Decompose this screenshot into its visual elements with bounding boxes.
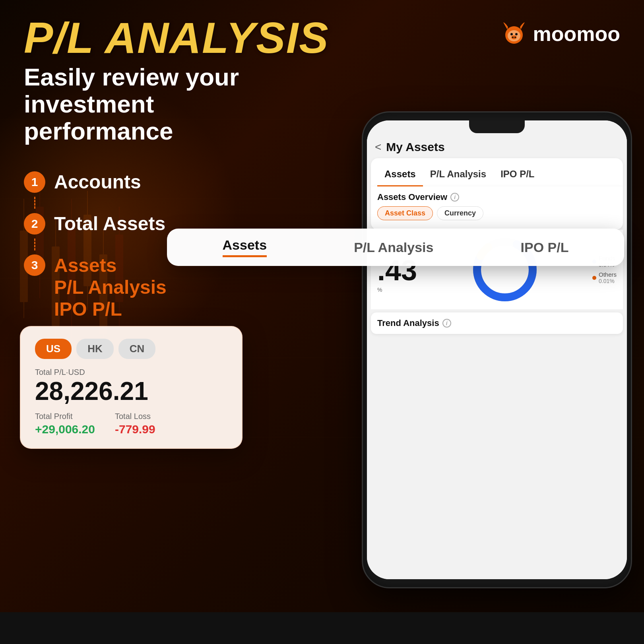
market-us-button[interactable]: US [35,339,72,359]
title-block: P/L ANALYSIS Easily review your investme… [24,16,329,145]
phone-nav-bar: < My Assets [367,136,627,156]
total-profit-value: +29,006.20 [35,423,95,436]
step-3: 3 Assets P/L Analysis IPO P/L [24,254,167,320]
tab-highlight-inner: Assets P/L Analysis IPO P/L [179,237,612,257]
steps-list: 1 Accounts 2 Total Assets 3 Assets P/L A… [24,171,167,340]
partial-percentage: % [377,287,417,293]
market-hk-button[interactable]: HK [76,339,114,359]
phone-screen: < My Assets Assets P/L Analysis IPO P/L … [367,120,627,579]
filter-buttons: Asset Class Currency [377,206,617,220]
legend-dot-others [592,276,596,280]
step-3-number: 3 [24,254,45,276]
phone-tabs-bar: Assets P/L Analysis IPO P/L [371,158,623,186]
trend-analysis-title: Trend Analysis i [377,318,617,328]
step-1-label: Accounts [54,171,141,193]
step-1: 1 Accounts [24,171,167,193]
main-content: P/L ANALYSIS Easily review your investme… [0,0,644,644]
total-loss-item: Total Loss -779.99 [115,412,155,436]
step-2-label: Total Assets [54,213,165,235]
legend-others-label: Others 0.01% [599,271,617,284]
phone-frame: < My Assets Assets P/L Analysis IPO P/L … [362,111,632,588]
trend-analysis-section: Trend Analysis i [371,312,623,334]
tab-highlight-pl[interactable]: P/L Analysis [354,240,433,255]
phone-notch [469,120,525,133]
floating-pl-card: US HK CN Total P/L·USD 28,226.21 Total P… [20,326,242,449]
info-icon: i [450,193,459,202]
connector-2 [34,239,35,250]
tab-highlight-card: Assets P/L Analysis IPO P/L [167,229,624,266]
assets-overview-section: Assets Overview i Asset Class Currency [371,186,623,230]
logo-text: moomoo [533,22,620,46]
phone-screen-content: < My Assets Assets P/L Analysis IPO P/L … [367,120,627,579]
moomoo-logo-icon [500,20,528,48]
filter-currency[interactable]: Currency [437,206,483,220]
market-cn-button[interactable]: CN [118,339,156,359]
back-button[interactable]: < [375,141,381,153]
total-pl-value: 28,226.21 [35,378,227,404]
main-title: P/L ANALYSIS [24,16,329,60]
total-profit-label: Total Profit [35,412,95,421]
tab-pl-analysis[interactable]: P/L Analysis [423,163,493,186]
total-profit-item: Total Profit +29,006.20 [35,412,95,436]
step-2: 2 Total Assets [24,213,167,235]
trend-info-icon: i [442,319,451,328]
tab-ipo-pl[interactable]: IPO P/L [493,163,541,186]
svg-point-27 [510,33,513,35]
svg-point-31 [514,37,516,38]
total-loss-label: Total Loss [115,412,155,421]
tab-assets[interactable]: Assets [377,163,423,186]
step-3-labels: Assets P/L Analysis IPO P/L [54,254,167,320]
pl-details: Total Profit +29,006.20 Total Loss -779.… [35,412,227,436]
connector-1 [34,197,35,209]
step-2-number: 2 [24,213,45,235]
legend-others: Others 0.01% [592,271,617,284]
total-pl-label: Total P/L·USD [35,368,227,377]
tab-highlight-assets[interactable]: Assets [223,237,267,257]
step-3-label-3: IPO P/L [54,298,167,320]
svg-point-30 [512,37,514,38]
step-3-label-2: P/L Analysis [54,276,167,298]
phone-mockup: < My Assets Assets P/L Analysis IPO P/L … [362,111,632,588]
nav-title: My Assets [386,140,444,154]
bottom-bar [0,612,644,644]
assets-overview-title: Assets Overview i [377,192,617,202]
tab-highlight-ipo[interactable]: IPO P/L [521,240,569,255]
market-selector: US HK CN [35,339,227,359]
svg-point-28 [515,33,518,35]
step-3-label-1: Assets [54,254,167,276]
step-1-number: 1 [24,171,45,193]
total-loss-value: -779.99 [115,423,155,436]
logo-area: moomoo [500,20,620,48]
subtitle: Easily review your investment performanc… [24,64,302,145]
filter-asset-class[interactable]: Asset Class [377,206,433,220]
